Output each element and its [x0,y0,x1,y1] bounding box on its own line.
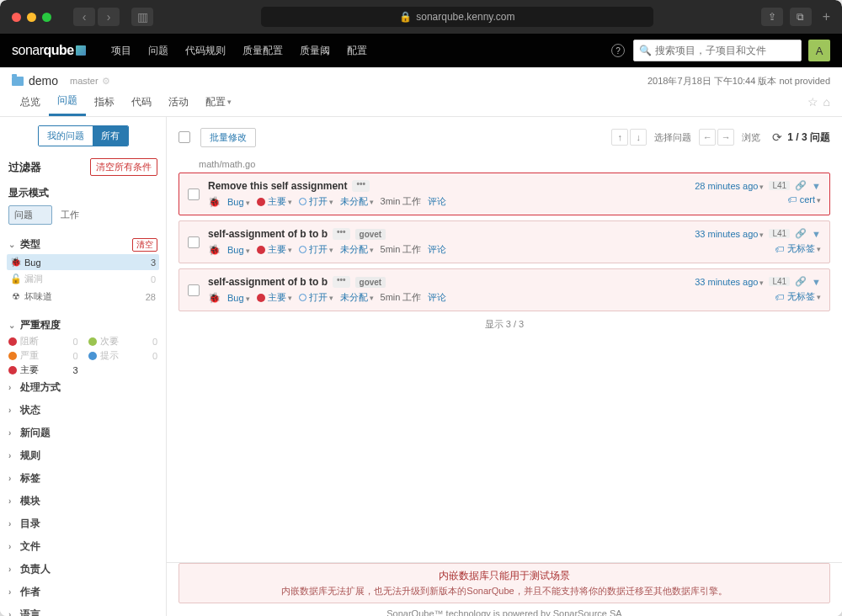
facet-文件[interactable]: ›文件 [7,535,159,558]
help-icon[interactable]: ? [611,44,625,57]
tab-code[interactable]: 代码 [123,88,160,116]
clear-type-button[interactable]: 清空 [132,238,157,252]
permalink-icon[interactable]: 🔗 [795,276,807,287]
reload-icon[interactable]: ⟳ [772,130,782,144]
tabs-icon[interactable]: ⧉ [790,8,812,26]
project-name[interactable]: demo [29,74,58,88]
address-bar[interactable]: 🔒 sonarqube.kenny.com [261,7,653,27]
more-actions-icon[interactable]: ••• [352,180,370,192]
maximize-window-icon[interactable] [42,13,51,22]
issue-type-dropdown[interactable]: Bug [227,293,250,303]
issue-tag-dropdown[interactable]: 无标签 [787,290,821,303]
search-input[interactable] [655,45,796,56]
minimize-window-icon[interactable] [27,13,36,22]
facet-type-header[interactable]: ⌄ 类型 清空 [7,235,159,254]
gear-icon[interactable]: ⚙ [102,76,110,87]
issue-type-dropdown[interactable]: Bug [227,197,250,207]
avatar[interactable]: A [808,40,830,61]
issue-assignee-dropdown[interactable]: 未分配 [340,291,374,304]
toggle-my-issues[interactable]: 我的问题 [39,126,93,146]
tab-measures[interactable]: 指标 [86,88,123,116]
share-icon[interactable]: ⇪ [761,8,783,26]
issue-line[interactable]: L41 [769,229,790,238]
nav-rules[interactable]: 代码规则 [177,44,234,58]
issue-severity-dropdown[interactable]: 主要 [268,195,292,208]
next-issue-button[interactable]: ↓ [630,129,647,146]
nav-left-button[interactable]: ← [699,129,716,146]
issue-line[interactable]: L41 [769,181,790,190]
facet-type-vulnerability[interactable]: 🔓 漏洞0 [7,270,159,288]
clear-all-button[interactable]: 清空所有条件 [90,158,157,176]
sidebar-toggle-icon[interactable]: ▥ [131,8,153,26]
issue-tag-dropdown[interactable]: 无标签 [787,242,821,255]
nav-projects[interactable]: 项目 [103,44,140,58]
nav-gates[interactable]: 质量阈 [291,44,338,58]
tab-issues[interactable]: 问题 [49,88,86,116]
filter-icon[interactable]: ▼ [812,277,821,287]
bulk-change-button[interactable]: 批量修改 [200,128,256,147]
issue-age[interactable]: 33 minutes ago [695,277,764,287]
nav-right-button[interactable]: → [717,129,734,146]
new-tab-icon[interactable]: + [823,9,830,26]
facet-标签[interactable]: ›标签 [7,467,159,490]
facet-状态[interactable]: ›状态 [7,399,159,422]
issue-severity-dropdown[interactable]: 主要 [268,243,292,256]
issue-status-dropdown[interactable]: 打开 [309,195,333,208]
issue-title-text[interactable]: self-assignment of b to b [208,276,328,288]
sev-major[interactable]: 主要3 [8,364,78,376]
issue-severity-dropdown[interactable]: 主要 [268,291,292,304]
issue-status-dropdown[interactable]: 打开 [309,243,333,256]
tab-overview[interactable]: 总览 [12,88,49,116]
sev-blocker[interactable]: 阻断0 [8,335,78,348]
permalink-icon[interactable]: 🔗 [795,228,807,239]
logo[interactable]: sonarqube [12,43,86,58]
issue-checkbox[interactable] [188,236,200,248]
tab-settings[interactable]: 配置▾ [197,88,240,116]
branch-selector[interactable]: master ⚙ [70,76,110,87]
permalink-icon[interactable]: 🔗 [795,180,807,191]
sev-info[interactable]: 提示0 [88,349,158,362]
issue-comment-link[interactable]: 评论 [428,195,446,208]
facet-新问题[interactable]: ›新问题 [7,422,159,444]
file-path[interactable]: math/math.go [179,159,830,169]
issue-tag-dropdown[interactable]: cert [800,194,821,204]
mode-effort-option[interactable]: 工作 [61,209,79,221]
issue-checkbox[interactable] [188,284,200,296]
issue-assignee-dropdown[interactable]: 未分配 [340,195,374,208]
home-icon[interactable]: ⌂ [823,95,830,109]
issue-type-dropdown[interactable]: Bug [227,245,250,255]
issue-title-text[interactable]: self-assignment of b to b [208,228,328,240]
facet-语言[interactable]: ›语言 [7,603,159,616]
issue-comment-link[interactable]: 评论 [428,291,446,304]
facet-负责人[interactable]: ›负责人 [7,558,159,581]
issue-title-text[interactable]: Remove this self assignment [208,180,347,192]
prev-issue-button[interactable]: ↑ [611,129,628,146]
issue-row[interactable]: Remove this self assignment ••• 🐞 Bug 主要… [179,173,830,215]
facet-severity-header[interactable]: ⌄ 严重程度 [7,316,159,335]
sev-critical[interactable]: 严重0 [8,349,78,362]
more-actions-icon[interactable]: ••• [333,228,350,240]
tab-activity[interactable]: 活动 [160,88,197,116]
global-search[interactable]: 🔍 [633,40,802,61]
filter-icon[interactable]: ▼ [812,181,821,191]
forward-button[interactable]: › [98,8,120,26]
filter-icon[interactable]: ▼ [812,229,821,239]
ownership-toggle[interactable]: 我的问题 所有 [38,125,129,146]
nav-admin[interactable]: 配置 [338,44,376,58]
facet-处理方式[interactable]: ›处理方式 [7,376,159,399]
close-window-icon[interactable] [12,13,21,22]
sev-minor[interactable]: 次要0 [88,335,158,348]
select-all-checkbox[interactable] [179,131,190,143]
issue-checkbox[interactable] [188,189,200,200]
facet-type-bug[interactable]: 🐞 Bug3 [7,254,159,270]
facet-作者[interactable]: ›作者 [7,581,159,603]
issue-line[interactable]: L41 [769,277,790,286]
star-icon[interactable]: ☆ [807,95,818,109]
more-actions-icon[interactable]: ••• [333,276,350,288]
nav-profiles[interactable]: 质量配置 [234,44,291,58]
issue-row[interactable]: self-assignment of b to b ••• govet 🐞 Bu… [179,220,830,263]
issue-comment-link[interactable]: 评论 [428,243,446,256]
issue-row[interactable]: self-assignment of b to b ••• govet 🐞 Bu… [179,268,830,311]
facet-type-smell[interactable]: ☢ 坏味道28 [7,288,159,305]
back-button[interactable]: ‹ [73,8,95,26]
